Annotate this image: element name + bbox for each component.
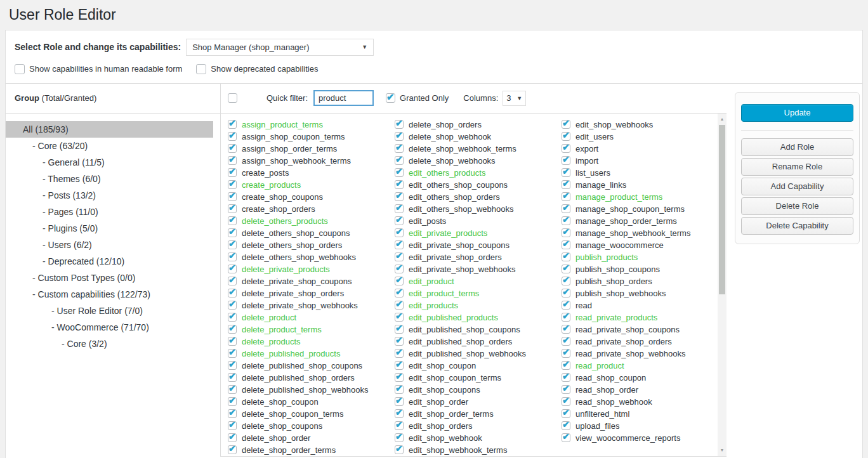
capability-label[interactable]: create_products <box>242 180 301 190</box>
capability-label[interactable]: manage_links <box>575 180 626 190</box>
scroll-up-icon[interactable]: ▲ <box>718 115 727 124</box>
group-tree-item[interactable]: - Custom Post Types (0/0) <box>6 270 213 286</box>
capability-checkbox[interactable] <box>228 252 237 261</box>
capability-label[interactable]: read_private_shop_webhooks <box>575 349 685 358</box>
capability-label[interactable]: delete_published_shop_orders <box>242 373 355 383</box>
capability-label[interactable]: delete_private_shop_webhooks <box>242 301 358 310</box>
capability-label[interactable]: edit_others_products <box>409 168 485 178</box>
capability-checkbox[interactable] <box>562 397 570 406</box>
capability-checkbox[interactable] <box>228 192 237 201</box>
capability-label[interactable]: delete_published_products <box>242 349 340 358</box>
capability-label[interactable]: assign_product_terms <box>242 120 323 129</box>
capability-label[interactable]: assign_shop_coupon_terms <box>242 132 345 141</box>
capability-checkbox[interactable] <box>228 373 237 382</box>
capability-label[interactable]: delete_others_products <box>242 216 328 226</box>
capability-label[interactable]: delete_published_shop_coupons <box>242 361 362 370</box>
capability-label[interactable]: unfiltered_html <box>575 409 629 419</box>
capability-checkbox[interactable] <box>228 349 237 358</box>
capability-label[interactable]: edit_shop_coupon <box>409 361 476 370</box>
capability-checkbox[interactable] <box>228 361 237 370</box>
capability-label[interactable]: export <box>575 144 598 154</box>
capability-checkbox[interactable] <box>395 361 404 370</box>
capability-checkbox[interactable] <box>562 240 570 249</box>
capability-label[interactable]: edit_published_shop_orders <box>409 337 512 346</box>
select-all-checkbox[interactable] <box>228 93 237 103</box>
capability-label[interactable]: publish_shop_webhooks <box>575 289 666 298</box>
capability-checkbox[interactable] <box>395 228 404 237</box>
capability-checkbox[interactable] <box>395 445 404 454</box>
capability-label[interactable]: edit_shop_orders <box>409 421 472 431</box>
capability-label[interactable]: create_shop_orders <box>242 204 315 214</box>
capability-checkbox[interactable] <box>228 445 237 454</box>
capability-label[interactable]: edit_shop_webhooks <box>575 120 653 129</box>
capability-checkbox[interactable] <box>228 277 237 285</box>
capability-label[interactable]: import <box>575 156 598 166</box>
capability-label[interactable]: edit_shop_coupon_terms <box>409 373 501 383</box>
capability-label[interactable]: edit_shop_order <box>409 397 468 407</box>
scroll-down-icon[interactable]: ▼ <box>718 446 727 455</box>
capability-label[interactable]: read_private_products <box>575 313 657 322</box>
capability-checkbox[interactable] <box>562 325 570 334</box>
capability-checkbox[interactable] <box>562 156 570 165</box>
add-capability-button[interactable]: Add Capability <box>741 178 853 195</box>
capability-checkbox[interactable] <box>562 120 570 129</box>
capability-checkbox[interactable] <box>562 252 570 261</box>
capability-label[interactable]: manage_shop_coupon_terms <box>575 204 685 214</box>
capability-checkbox[interactable] <box>395 204 404 213</box>
capability-label[interactable]: delete_shop_webhook <box>409 132 491 141</box>
update-button[interactable]: Update <box>741 104 853 122</box>
capability-checkbox[interactable] <box>228 265 237 273</box>
group-tree-item[interactable]: - Users (6/2) <box>6 237 213 253</box>
capability-checkbox[interactable] <box>395 349 404 358</box>
capability-label[interactable]: delete_private_products <box>242 265 330 274</box>
human-readable-label[interactable]: Show capabilities in human readable form <box>29 64 182 74</box>
capability-label[interactable]: edit_shop_order_terms <box>409 409 494 419</box>
group-tree-item[interactable]: All (185/93) <box>6 121 213 138</box>
group-tree-item[interactable]: - General (11/5) <box>6 154 213 171</box>
group-tree-item[interactable]: - Core (3/2) <box>6 336 213 352</box>
capability-label[interactable]: delete_private_shop_orders <box>242 289 344 298</box>
capability-label[interactable]: read_private_shop_coupons <box>575 325 680 334</box>
capability-checkbox[interactable] <box>228 433 237 442</box>
add-role-button[interactable]: Add Role <box>741 138 853 156</box>
capability-label[interactable]: delete_shop_webhooks <box>409 156 496 166</box>
capability-label[interactable]: edit_product_terms <box>409 289 479 298</box>
capability-label[interactable]: edit_published_products <box>409 313 498 322</box>
capability-checkbox[interactable] <box>562 301 570 310</box>
capability-checkbox[interactable] <box>562 265 570 273</box>
group-tree-item[interactable]: - Custom capabilities (122/73) <box>6 286 213 303</box>
capability-label[interactable]: read_shop_webhook <box>575 397 652 407</box>
capability-label[interactable]: edit_published_shop_webhooks <box>409 349 526 358</box>
group-tree-item[interactable]: - Plugins (5/0) <box>6 220 213 237</box>
granted-only-label[interactable]: Granted Only <box>400 93 449 103</box>
capability-checkbox[interactable] <box>562 433 570 442</box>
capability-label[interactable]: edit_private_shop_orders <box>409 252 502 262</box>
capability-checkbox[interactable] <box>228 397 237 406</box>
capability-label[interactable]: delete_product_terms <box>242 325 322 334</box>
capability-label[interactable]: edit_product <box>409 277 454 286</box>
deprecated-label[interactable]: Show deprecated capabilities <box>211 64 318 74</box>
group-tree-item[interactable]: - Deprecated (12/10) <box>6 253 213 270</box>
capability-checkbox[interactable] <box>395 373 404 382</box>
capability-checkbox[interactable] <box>395 192 404 201</box>
capability-checkbox[interactable] <box>228 409 237 418</box>
capability-checkbox[interactable] <box>395 265 404 273</box>
capability-label[interactable]: edit_others_shop_orders <box>409 192 500 202</box>
capability-label[interactable]: read_shop_coupon <box>575 373 646 383</box>
rename-role-button[interactable]: Rename Role <box>741 158 853 176</box>
capability-checkbox[interactable] <box>562 216 570 225</box>
capability-checkbox[interactable] <box>562 373 570 382</box>
capability-checkbox[interactable] <box>395 132 404 141</box>
capability-label[interactable]: view_woocommerce_reports <box>575 433 680 443</box>
capability-checkbox[interactable] <box>395 144 404 153</box>
capability-checkbox[interactable] <box>562 192 570 201</box>
capability-label[interactable]: manage_product_terms <box>575 192 662 202</box>
capability-label[interactable]: edit_private_shop_webhooks <box>409 265 515 274</box>
capability-label[interactable]: edit_shop_webhook <box>409 433 482 443</box>
capability-checkbox[interactable] <box>562 180 570 189</box>
columns-select[interactable]: 3 ▼ <box>503 91 526 106</box>
delete-capability-button[interactable]: Delete Capability <box>741 217 853 235</box>
capability-checkbox[interactable] <box>395 277 404 285</box>
capability-label[interactable]: delete_shop_webhook_terms <box>409 144 516 154</box>
capability-checkbox[interactable] <box>395 421 404 430</box>
